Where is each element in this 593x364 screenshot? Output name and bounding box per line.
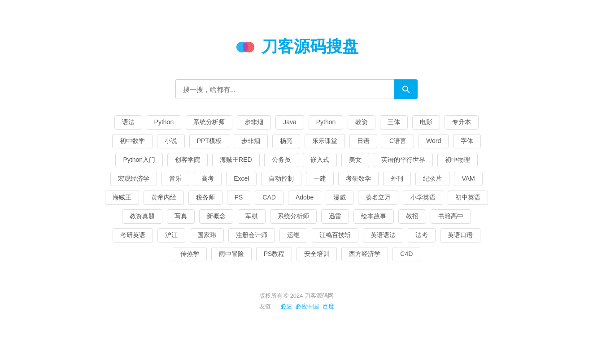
tag-item[interactable]: 乐乐课堂 <box>305 134 345 148</box>
footer-link-biyng-cn[interactable]: 必应中国 <box>296 303 319 311</box>
tag-item[interactable]: 外刊 <box>383 172 411 186</box>
tag-item[interactable]: Python入门 <box>115 153 163 167</box>
tag-item[interactable]: PS教程 <box>256 247 292 261</box>
tag-item[interactable]: 军棋 <box>238 209 266 224</box>
tag-item[interactable]: VAM <box>454 172 482 186</box>
tag-item[interactable]: 英语的平行世界 <box>374 153 433 167</box>
tag-item[interactable]: PS <box>227 191 251 205</box>
tag-item[interactable]: 步非烟 <box>237 115 271 130</box>
tag-item[interactable]: 安全培训 <box>296 247 337 261</box>
logo-icon <box>235 36 256 58</box>
tag-item[interactable]: 迅雷 <box>321 209 349 224</box>
tag-item[interactable]: 运维 <box>279 228 307 243</box>
tag-item[interactable]: Python <box>309 115 344 130</box>
svg-line-4 <box>407 91 410 93</box>
tag-item[interactable]: 扬名立万 <box>358 191 398 205</box>
tag-item[interactable]: Java <box>275 115 304 130</box>
tag-item[interactable]: 考研数学 <box>338 172 379 186</box>
tag-item[interactable]: 电影 <box>412 115 440 130</box>
tag-item[interactable]: C4D <box>392 247 420 261</box>
tag-item[interactable]: 海贼王RED <box>212 153 260 167</box>
tag-item[interactable]: PPT模板 <box>189 134 229 148</box>
tag-item[interactable]: 语法 <box>114 115 142 130</box>
tag-item[interactable]: C语言 <box>382 134 414 148</box>
tag-item[interactable]: 小说 <box>157 134 185 148</box>
tag-item[interactable]: 小学英语 <box>403 191 443 205</box>
tag-item[interactable]: 雨中冒险 <box>211 247 252 261</box>
tag-item[interactable]: 高考 <box>194 172 222 186</box>
footer-links-label: 友链： <box>259 303 277 311</box>
search-button[interactable] <box>394 79 418 99</box>
tag-item[interactable]: CAD <box>255 191 283 205</box>
tag-item[interactable]: 美女 <box>341 153 369 167</box>
footer: 版权所有 © 2024 刀客源码网 友链： 必应 必应中国 百度 <box>259 292 334 311</box>
footer-links: 友链： 必应 必应中国 百度 <box>259 303 334 311</box>
tag-item[interactable]: 初中英语 <box>448 191 488 205</box>
tag-item[interactable]: 宏观经济学 <box>110 172 157 186</box>
tag-item[interactable]: 书籍高中 <box>431 209 471 224</box>
tag-item[interactable]: 写真 <box>167 209 195 224</box>
site-title: 刀客源码搜盘 <box>262 36 358 58</box>
tag-item[interactable]: Word <box>419 134 449 148</box>
footer-link-baidu[interactable]: 百度 <box>323 303 334 311</box>
tags-container: 语法Python系统分析师步非烟JavaPython教资三体电影专升本初中数学小… <box>104 115 489 261</box>
tag-item[interactable]: 考研英语 <box>113 228 153 243</box>
tag-item[interactable]: 专升本 <box>445 115 479 130</box>
tag-item[interactable]: 教资真题 <box>122 209 162 224</box>
logo-area: 刀客源码搜盘 <box>235 36 358 58</box>
footer-link-biyng[interactable]: 必应 <box>280 303 292 311</box>
tag-item[interactable]: 初中物理 <box>437 153 478 167</box>
search-icon <box>401 85 410 94</box>
tag-item[interactable]: 教资 <box>348 115 375 130</box>
tag-item[interactable]: 公务员 <box>264 153 298 167</box>
tag-item[interactable]: 自动控制 <box>261 172 301 186</box>
tag-item[interactable]: 三体 <box>380 115 408 130</box>
tag-item[interactable]: Adobe <box>288 191 321 205</box>
tag-item[interactable]: 黄帝内经 <box>144 191 184 205</box>
tag-item[interactable]: 字体 <box>453 134 481 148</box>
tag-item[interactable]: 西方经济学 <box>341 247 388 261</box>
tag-item[interactable]: Python <box>147 115 182 130</box>
tag-item[interactable]: 纪录片 <box>415 172 449 186</box>
footer-copyright: 版权所有 © 2024 刀客源码网 <box>259 292 334 300</box>
tag-item[interactable]: 江鸣百技斩 <box>312 228 358 243</box>
tag-item[interactable]: 漫威 <box>326 191 353 205</box>
tag-item[interactable]: 新概念 <box>199 209 233 224</box>
tag-item[interactable]: 教招 <box>398 209 426 224</box>
tag-item[interactable]: 杨亮 <box>272 134 300 148</box>
tag-item[interactable]: 法考 <box>408 228 436 243</box>
search-bar <box>175 79 418 99</box>
tag-item[interactable]: 日语 <box>349 134 377 148</box>
tag-item[interactable]: 创客学院 <box>167 153 208 167</box>
tag-item[interactable]: 海贼王 <box>105 191 139 205</box>
search-input[interactable] <box>175 79 394 99</box>
tag-item[interactable]: 初中数学 <box>112 134 153 148</box>
tag-item[interactable]: 系统分析师 <box>186 115 232 130</box>
tag-item[interactable]: 嵌入式 <box>303 153 337 167</box>
tag-item[interactable]: 国家玮 <box>190 228 224 243</box>
tag-item[interactable]: 英语口语 <box>440 228 480 243</box>
tag-item[interactable]: 注册会计师 <box>228 228 275 243</box>
tag-item[interactable]: 绘本故事 <box>353 209 394 224</box>
tag-item[interactable]: 系统分析师 <box>270 209 317 224</box>
tag-item[interactable]: 税务师 <box>188 191 222 205</box>
tag-item[interactable]: 沪江 <box>157 228 185 243</box>
tag-item[interactable]: Excel <box>226 172 257 186</box>
svg-point-2 <box>243 42 248 52</box>
tag-item[interactable]: 英语语法 <box>363 228 403 243</box>
tag-item[interactable]: 步非烟 <box>234 134 268 148</box>
page-wrapper: 刀客源码搜盘 语法Python系统分析师步非烟JavaPython教资三体电影专… <box>0 0 593 311</box>
tag-item[interactable]: 传热学 <box>173 247 207 261</box>
tag-item[interactable]: 一建 <box>306 172 334 186</box>
tag-item[interactable]: 音乐 <box>161 172 189 186</box>
